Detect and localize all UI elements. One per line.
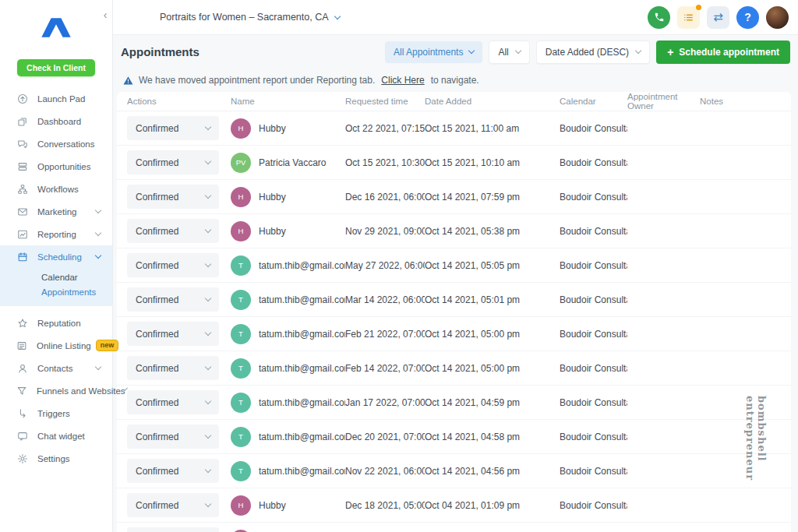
sidebar-item-funnels-and-websites[interactable]: Funnels and Websites — [0, 379, 112, 402]
sidebar-collapse-button[interactable]: ‹ — [98, 8, 112, 22]
sidebar-item-reputation[interactable]: Reputation — [0, 312, 112, 334]
info-banner: We have moved appointment report under R… — [113, 69, 798, 92]
phone-button[interactable] — [648, 6, 670, 29]
status-dropdown[interactable]: Confirmed — [127, 356, 219, 380]
chevron-down-icon — [334, 12, 340, 19]
status-dropdown[interactable]: Confirmed — [127, 116, 219, 140]
main-area: Portraits for Women – Sacramento, CA ⇄ ?… — [113, 0, 798, 532]
contact-name[interactable]: tatum.thib@gmail.com — [259, 294, 345, 305]
appointments-table: ActionsNameRequested timeDate AddedCalen… — [117, 92, 791, 532]
status-dropdown[interactable]: Confirmed — [127, 287, 219, 312]
chat-bubbles-icon — [16, 138, 28, 150]
calendar-name: Boudoir Consultation — [560, 294, 627, 305]
sidebar-item-conversations[interactable]: Conversations — [0, 132, 112, 155]
contact-name[interactable]: tatum.thib@gmail.com — [259, 329, 345, 340]
warning-triangle-icon — [123, 76, 133, 86]
contact-name[interactable]: Patricia Vaccaro — [259, 157, 326, 168]
table-row: Confirmed T tatum.thib@gmail.com Dec 20 … — [117, 420, 791, 454]
date-added: Oct 14 2021, 04:56 pm — [425, 466, 560, 477]
chevron-down-icon — [205, 192, 211, 199]
sidebar-item-online-listing[interactable]: Online Listing new — [0, 334, 112, 357]
avatar: H — [231, 118, 251, 139]
date-added: Oct 14 2021, 04:59 pm — [425, 397, 560, 408]
calendar-name: Boudoir Consultation — [560, 157, 627, 168]
date-added: Oct 15 2021, 10:10 am — [425, 157, 560, 168]
contact-name[interactable]: tatum.thib@gmail.com — [259, 432, 345, 442]
status-dropdown[interactable]: Confirmed — [127, 459, 219, 483]
sidebar-item-settings[interactable]: Settings — [0, 447, 112, 470]
table-row: Confirmed H Hubby Oct 22 2021, 07:15 am … — [117, 111, 791, 146]
status-dropdown[interactable]: Confirmed — [127, 390, 219, 414]
sidebar-item-appointments[interactable]: Appointments — [41, 287, 112, 297]
avatar: T — [231, 461, 251, 481]
calendar-name: Boudoir Consultation — [560, 329, 627, 340]
click-here-link[interactable]: Click Here — [381, 75, 424, 86]
app-window: Check In Client Launch Pad Dashboard Con… — [0, 0, 798, 532]
requested-time: Dec 18 2021, 05:00 pm — [345, 500, 425, 511]
sidebar-item-triggers[interactable]: Triggers — [0, 402, 112, 425]
status-dropdown[interactable]: Confirmed — [127, 253, 219, 277]
sidebar-item-calendar[interactable]: Calendar — [41, 273, 112, 282]
requested-time: Nov 29 2021, 09:00 am — [345, 226, 425, 237]
chevron-down-icon — [205, 501, 211, 507]
contact-name[interactable]: Hubby — [259, 123, 286, 134]
requested-time: Feb 14 2022, 07:00 am — [345, 363, 425, 374]
contact-name[interactable]: Hubby — [259, 500, 286, 511]
status-dropdown[interactable]: Confirmed — [127, 185, 219, 209]
sort-dropdown[interactable]: Date Added (DESC) — [536, 41, 650, 64]
avatar: H — [231, 495, 251, 516]
status-dropdown[interactable]: Confirmed — [127, 219, 219, 243]
column-header: Calendar — [560, 97, 627, 106]
contact-name[interactable]: tatum.thib@gmail.com — [259, 466, 345, 477]
sidebar-item-marketing[interactable]: Marketing — [0, 200, 112, 223]
sidebar-item-contacts[interactable]: Contacts — [0, 357, 112, 379]
sidebar: Check In Client Launch Pad Dashboard Con… — [0, 0, 113, 532]
status-dropdown[interactable]: Confirmed — [127, 493, 219, 517]
appointments-filter-dropdown[interactable]: All Appointments — [385, 41, 482, 63]
status-dropdown[interactable]: Confirmed — [127, 322, 219, 346]
chevron-down-icon — [95, 207, 101, 213]
avatar: T — [231, 427, 251, 447]
chevron-down-icon — [205, 432, 211, 439]
sidebar-item-workflows[interactable]: Workflows — [0, 178, 112, 200]
envelope-icon — [16, 206, 28, 217]
avatar: H — [231, 187, 251, 207]
switch-button[interactable]: ⇄ — [707, 6, 729, 29]
calendar-name: Boudoir Consultation — [560, 432, 627, 442]
contact-name[interactable]: tatum.thib@gmail.com — [259, 397, 345, 408]
status-dropdown[interactable]: Confirmed — [127, 425, 219, 449]
sidebar-item-launch-pad[interactable]: Launch Pad — [0, 87, 112, 110]
calendar-name: Boudoir Consultation — [560, 500, 627, 511]
sidebar-item-opportunities[interactable]: Opportunities — [0, 155, 112, 178]
contact-name[interactable]: tatum.thib@gmail.com — [259, 363, 345, 374]
sidebar-item-reporting[interactable]: Reporting — [0, 223, 112, 245]
calendar-icon — [16, 251, 28, 262]
sidebar-nav: Launch Pad Dashboard Conversations Oppor… — [0, 87, 112, 470]
sidebar-item-chat-widget[interactable]: Chat widget — [0, 425, 112, 447]
schedule-appointment-button[interactable]: + Schedule appointment — [656, 41, 790, 64]
status-dropdown[interactable]: Confirmed — [127, 150, 219, 174]
user-avatar[interactable] — [766, 6, 789, 29]
status-filter-dropdown[interactable]: All — [489, 41, 529, 64]
date-added: Oct 04 2021, 01:09 pm — [425, 500, 560, 511]
gear-icon — [16, 453, 28, 464]
contact-name[interactable]: Hubby — [259, 226, 286, 237]
calendar-name: Boudoir Consultation — [560, 260, 627, 271]
chevron-down-icon — [95, 364, 101, 370]
sidebar-item-dashboard[interactable]: Dashboard — [0, 110, 112, 132]
avatar: T — [231, 358, 251, 379]
task-list-button[interactable] — [677, 6, 700, 29]
status-dropdown[interactable]: Confirmed — [127, 527, 219, 532]
stacked-cards-icon — [16, 160, 28, 172]
contact-name[interactable]: Hubby — [259, 192, 286, 203]
check-in-client-button[interactable]: Check In Client — [17, 59, 95, 76]
chevron-down-icon — [205, 158, 211, 164]
chevron-down-icon — [635, 48, 641, 54]
calendar-name: Boudoir Consultation — [560, 123, 627, 134]
help-button[interactable]: ? — [736, 6, 759, 29]
requested-time: Feb 21 2022, 07:00 am — [345, 329, 425, 340]
contact-name[interactable]: tatum.thib@gmail.com — [259, 260, 345, 271]
sidebar-item-scheduling[interactable]: Scheduling — [0, 245, 112, 268]
avatar: H — [231, 221, 251, 241]
location-switcher[interactable]: Portraits for Women – Sacramento, CA — [160, 12, 340, 23]
